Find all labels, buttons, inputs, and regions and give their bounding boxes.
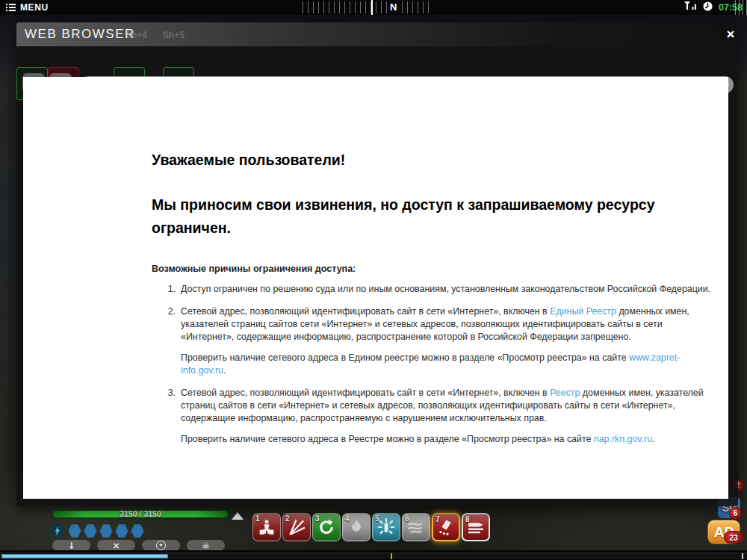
ghost-keybind-sh4: Sh+4 [125,30,147,40]
ability-hotkey: 2 [285,514,290,523]
ability-slot-4[interactable]: 4 [342,513,371,541]
reason-item: 3.Сетевой адрес, позволяющий идентифицир… [152,387,716,454]
reason-body: Сетевой адрес, позволяющий идентифициров… [181,387,711,454]
page-heading-greeting: Уважаемые пользователи! [152,152,345,169]
ability-hotkey: 5 [375,514,379,523]
health-value: 3150 / 3150 [52,509,229,518]
hamburger-list-icon [6,4,16,11]
text-run: Сетевой адрес, позволяющий идентифициров… [181,388,550,398]
window-title: WEB BROWSER [25,27,135,42]
reason-paragraph: Сетевой адрес, позволяющий идентифициров… [181,305,711,343]
xp-fill [1,554,168,559]
menu-label: MENU [20,2,49,13]
ability-hotkey: 3 [315,514,320,523]
inline-link[interactable]: Единый Реестр [550,306,616,317]
clock-icon [703,1,713,14]
pentagram-button[interactable]: ★ [142,540,180,551]
hud-buttons: ↓×★☠ [52,540,225,551]
close-x-icon: × [112,541,120,550]
close-icon[interactable]: × [722,25,740,43]
ability-slot-8[interactable]: 8 [462,513,490,541]
resource-pip [115,524,128,538]
inline-link[interactable]: nap.rkn.gov.ru [594,434,652,444]
xp-tick-white [742,553,743,559]
resource-pip [84,524,97,538]
text-run: Проверить наличие сетевого адреса в Реес… [181,434,594,444]
ability-slot-7[interactable]: 7 [432,513,460,541]
pentagram-icon: ★ [156,541,166,550]
ability-bar: 12345678 [252,513,490,541]
reasons-title: Возможные причины ограничения доступа: [152,264,356,274]
ability-hotkey: 6 [405,514,409,523]
reason-item: 1.Доступ ограничен по решению суда или п… [152,283,716,304]
skull-button[interactable]: ☠ [187,540,225,551]
ghost-keybind-sh5: Sh+5 [163,30,185,40]
reason-paragraph: Сетевой адрес, позволяющий идентифициров… [181,387,711,425]
resource-pip [131,524,144,538]
sp-count-badge: 6 [729,507,742,520]
reason-paragraph: Проверить наличие сетевого адреса в Реес… [181,433,711,446]
menu-button[interactable]: MENU [6,2,49,13]
reason-body: Сетевой адрес, позволяющий идентифициров… [181,305,711,385]
expand-up-arrow-icon[interactable] [232,512,244,520]
ability-hotkey: 7 [436,515,440,523]
resource-pip [68,524,81,538]
text-run: Доступ ограничен по решению суда или по … [181,284,710,294]
text-run: Проверить наличие сетевого адреса в Един… [181,352,629,363]
ability-hotkey: 8 [465,515,470,523]
browser-toolbar: 3 ‹ › http://samkriegsightings.wordpress… [16,46,738,77]
reason-paragraph: Доступ ограничен по решению суда или по … [181,283,711,296]
reason-item: 2.Сетевой адрес, позволяющий идентифицир… [152,305,716,385]
inline-link[interactable]: Реестр [550,388,580,398]
ability-slot-5[interactable]: 5 [372,513,400,541]
xp-strip [0,550,747,560]
xp-tick-yellow [391,553,392,559]
down-arrow-icon: ↓ [67,541,75,550]
ap-count-badge: 23 [724,531,743,544]
page-heading-apology: Мы приносим свои извинения, но доступ к … [152,193,698,240]
lightning-icon [49,523,66,539]
ability-slot-2[interactable]: 2 [282,513,311,541]
signal-strength-icon [684,1,697,14]
reason-paragraph: Проверить наличие сетевого адреса в Един… [181,352,711,377]
browser-page: Уважаемые пользователи! Мы приносим свои… [23,77,728,499]
xp-bar [0,553,747,559]
text-run: . [223,365,226,376]
text-run: Сетевой адрес, позволяющий идентифициров… [181,306,550,317]
dismiss-down-button[interactable]: ↓ [52,540,90,551]
skull-icon: ☠ [202,541,210,550]
ability-slot-3[interactable]: 3 [312,513,341,541]
resource-pips [49,523,144,539]
ability-slot-1[interactable]: 1 [252,513,281,541]
compass-bar: N [303,1,433,13]
browser-titlebar: WEB BROWSER Sh+4 Sh+5 × [16,22,738,46]
reason-number: 2. [152,305,176,385]
cancel-button[interactable]: × [97,540,135,551]
resource-pip [99,524,113,538]
compass-heading-marker [371,0,373,15]
reasons-list: 1.Доступ ограничен по решению суда или п… [152,283,716,455]
text-run: . [652,434,654,444]
game-screen: MENU 07:58 N WEB BROWSER Sh+4 Sh+5 × [0,0,747,560]
reason-number: 3. [152,387,176,454]
corner-tick-marks [735,0,747,15]
reason-body: Доступ ограничен по решению суда или по … [181,283,711,304]
compass-north-label: N [388,1,399,13]
ability-hotkey: 4 [345,514,350,523]
ability-hotkey: 1 [255,514,260,523]
web-browser-window: WEB BROWSER Sh+4 Sh+5 × 3 ‹ › http://sam… [16,22,738,506]
ability-slot-6[interactable]: 6 [402,513,430,541]
reason-number: 1. [152,283,176,304]
